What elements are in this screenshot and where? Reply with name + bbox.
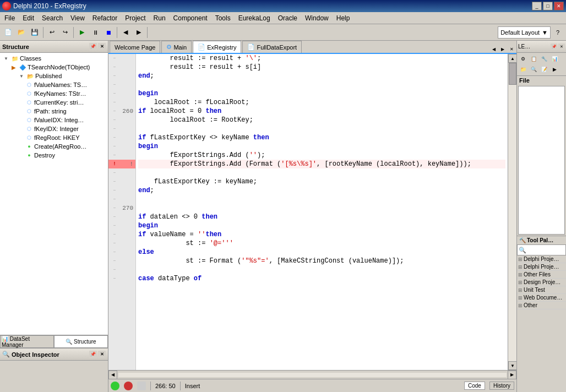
menu-item-run[interactable]: Run: [150, 13, 169, 23]
palette-section[interactable]: ⊞Delphi Proje…: [517, 255, 566, 263]
code-line[interactable]: [138, 124, 505, 133]
file-tree-area[interactable]: [518, 86, 565, 235]
tree-item[interactable]: ●Create(ARegRoo…: [1, 142, 107, 151]
menu-item-file[interactable]: File: [1, 13, 18, 23]
code-line[interactable]: else: [138, 248, 505, 257]
menu-item-search[interactable]: Search: [39, 13, 66, 23]
menu-item-view[interactable]: View: [67, 13, 88, 23]
menu-item-edit[interactable]: Edit: [19, 13, 37, 23]
code-line[interactable]: st := '@=''': [138, 239, 505, 248]
tab-fulldataexport[interactable]: 📄 FullDataExport: [242, 41, 302, 53]
palette-section[interactable]: ⊞Design Proje…: [517, 279, 566, 286]
code-line[interactable]: fExportStrings.Add (Format ('[%s\%s]', […: [138, 160, 505, 168]
pause-button[interactable]: ⏸: [89, 26, 101, 39]
tree-item[interactable]: ⬡fValueIDX: Integ…: [1, 116, 107, 124]
hscroll-right[interactable]: ▶: [508, 371, 516, 379]
code-tab[interactable]: Code: [464, 382, 485, 390]
code-line[interactable]: fExportStrings.Add ('');: [138, 151, 505, 160]
tree-item[interactable]: ▼📁Classes: [1, 54, 107, 63]
layout-dropdown[interactable]: Default Layout ▼: [498, 26, 551, 39]
palette-section[interactable]: ⊞Unit Test: [517, 286, 566, 294]
code-line[interactable]: end;: [138, 186, 505, 195]
tree-item[interactable]: ●Destroy: [1, 151, 107, 160]
tree-item[interactable]: ▼📂Published: [1, 72, 107, 80]
right-icon-4[interactable]: 📊: [549, 54, 559, 64]
close-button[interactable]: ✕: [554, 2, 564, 10]
code-line[interactable]: localRoot := RootKey;: [138, 116, 505, 124]
vertical-scrollbar[interactable]: ▲ ▼: [508, 54, 516, 370]
right-icon-6[interactable]: 🔍: [529, 64, 538, 74]
code-line[interactable]: [138, 265, 505, 274]
tree-item[interactable]: ⬡fCurrentKey: stri…: [1, 98, 107, 107]
menu-item-tools[interactable]: Tools: [212, 13, 234, 23]
code-line[interactable]: st := Format ('"%s"=', [MakeCStringConst…: [138, 257, 505, 265]
right-icon-2[interactable]: 📋: [529, 54, 538, 64]
tree-item[interactable]: ⬡fRegRoot: HKEY: [1, 133, 107, 142]
code-line[interactable]: result := result + s[i]: [138, 63, 505, 72]
tree-item[interactable]: ⬡fKeyIDX: Integer: [1, 124, 107, 133]
palette-section[interactable]: ⊞Other Files: [517, 271, 566, 279]
scroll-up[interactable]: ▲: [508, 54, 516, 63]
tree-item[interactable]: ⬡fPath: string: [1, 107, 107, 116]
hscroll-left[interactable]: ◀: [108, 371, 117, 379]
editor-close[interactable]: ✕: [508, 45, 515, 53]
code-line[interactable]: begin: [138, 142, 505, 151]
code-line[interactable]: if localRoot = 0 then: [138, 107, 505, 116]
structure-tab[interactable]: 🔍 Structure: [54, 335, 108, 348]
code-line[interactable]: [138, 204, 505, 213]
code-line[interactable]: fLastExportKey := keyName;: [138, 177, 505, 186]
code-line[interactable]: end;: [138, 72, 505, 80]
help-button[interactable]: ?: [552, 26, 564, 39]
right-icon-1[interactable]: ⚙: [518, 54, 528, 64]
tab-exregistry[interactable]: 📄 ExRegistry: [193, 41, 241, 53]
tab-main[interactable]: ⚙ Main: [161, 41, 192, 53]
obj-inspector-pin[interactable]: 📌: [89, 351, 97, 358]
editor-scroll-left[interactable]: ◀: [490, 45, 498, 53]
tree-item[interactable]: ⬡fValueNames: TS…: [1, 80, 107, 89]
code-line[interactable]: case dataType of: [138, 274, 505, 283]
dataset-manager-tab[interactable]: 📊 DataSet Manager: [0, 335, 54, 348]
horizontal-scrollbar[interactable]: ◀ ▶: [108, 370, 516, 379]
minimize-button[interactable]: _: [532, 2, 542, 10]
hscroll-track[interactable]: [118, 373, 507, 377]
editor-scroll-right[interactable]: ▶: [499, 45, 507, 53]
code-line[interactable]: begin: [138, 221, 505, 230]
code-line[interactable]: if fLastExportKey <> keyName then: [138, 133, 505, 142]
menu-item-oracle[interactable]: Oracle: [275, 13, 301, 23]
history-tab[interactable]: History: [489, 382, 514, 390]
palette-section[interactable]: ⊞Other: [517, 302, 566, 309]
menu-item-help[interactable]: Help: [333, 13, 353, 23]
right-icon-7[interactable]: 📝: [539, 64, 549, 74]
code-line[interactable]: [138, 80, 505, 89]
right-icon-5[interactable]: 📁: [518, 64, 528, 74]
palette-section[interactable]: ⊞Delphi Proje…: [517, 263, 566, 271]
new-button[interactable]: 📄: [2, 26, 14, 39]
right-close[interactable]: ✕: [558, 43, 565, 50]
scroll-thumb[interactable]: [509, 63, 516, 85]
run-button[interactable]: ▶: [76, 26, 88, 39]
palette-section[interactable]: ⊞Web Docume…: [517, 294, 566, 302]
maximize-button[interactable]: □: [543, 2, 553, 10]
code-line[interactable]: begin: [138, 89, 505, 98]
right-pin[interactable]: 📌: [551, 43, 557, 50]
tree-item[interactable]: ▶🔷TSearchNode(TObject): [1, 63, 107, 72]
menu-item-project[interactable]: Project: [122, 13, 149, 23]
open-button[interactable]: 📂: [15, 26, 28, 39]
code-line[interactable]: if valueName = '' then: [138, 230, 505, 239]
tool-palette-search[interactable]: [517, 244, 566, 255]
tree-item[interactable]: ⬡fKeyNames: TStr…: [1, 89, 107, 98]
code-line[interactable]: [138, 168, 505, 177]
menu-item-component[interactable]: Component: [170, 13, 211, 23]
menu-item-window[interactable]: Window: [302, 13, 332, 23]
undo-button[interactable]: ↩: [46, 26, 58, 39]
code-line[interactable]: if dataLen <> 0 then: [138, 213, 505, 221]
structure-tree[interactable]: ▼📁Classes▶🔷TSearchNode(TObject)▼📂Publish…: [0, 53, 108, 335]
structure-close[interactable]: ✕: [98, 43, 106, 51]
scroll-down[interactable]: ▼: [508, 361, 516, 370]
structure-pin[interactable]: 📌: [89, 43, 97, 51]
code-line[interactable]: [138, 195, 505, 204]
code-line[interactable]: localRoot := fLocalRoot;: [138, 98, 505, 107]
stop-button[interactable]: ⏹: [102, 26, 115, 39]
tab-welcome-page[interactable]: Welcome Page: [110, 41, 160, 53]
save-button[interactable]: 💾: [29, 26, 41, 39]
